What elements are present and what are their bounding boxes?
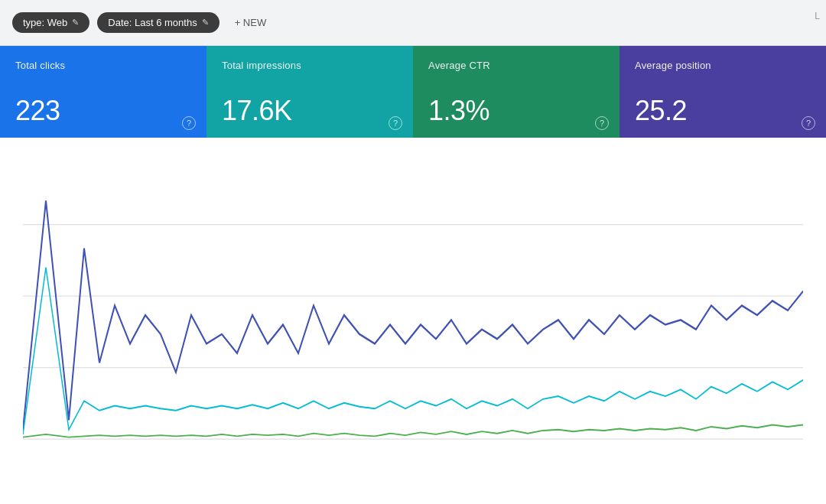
type-filter-pill[interactable]: type: Web ✎	[12, 12, 89, 33]
stats-row: Total clicks 223 ? Total impressions 17.…	[0, 46, 826, 138]
date-filter-edit-icon[interactable]: ✎	[202, 18, 209, 28]
chart-area: 2/24/193/10/193/24/194/7/194/21/195/5/19…	[0, 138, 826, 504]
x-axis-labels: 2/24/193/10/193/24/194/7/194/21/195/5/19…	[23, 499, 803, 504]
stat-info-icon-1[interactable]: ?	[389, 116, 402, 130]
stat-info-icon-2[interactable]: ?	[595, 116, 609, 130]
stat-value-0: 223	[15, 95, 191, 127]
stat-card-3: Average position 25.2 ?	[620, 46, 826, 138]
stat-card-0: Total clicks 223 ?	[0, 46, 206, 138]
type-filter-label: type: Web	[23, 17, 67, 28]
date-filter-pill[interactable]: Date: Last 6 months ✎	[97, 12, 219, 33]
new-button[interactable]: + NEW	[227, 12, 275, 33]
date-filter-label: Date: Last 6 months	[108, 17, 197, 28]
stat-card-1: Total impressions 17.6K ?	[206, 46, 413, 138]
stat-value-1: 17.6K	[222, 95, 398, 127]
stat-label-3: Average position	[635, 60, 811, 71]
stat-label-1: Total impressions	[222, 60, 398, 71]
stat-info-icon-0[interactable]: ?	[182, 116, 196, 130]
toolbar: type: Web ✎ Date: Last 6 months ✎ + NEW	[0, 0, 826, 46]
stat-value-3: 25.2	[635, 95, 811, 127]
stat-card-2: Average CTR 1.3% ?	[413, 46, 620, 138]
corner-label: L	[815, 11, 826, 21]
performance-chart	[23, 153, 803, 496]
stat-value-2: 1.3%	[428, 95, 604, 127]
new-button-label: + NEW	[235, 17, 267, 28]
stat-label-0: Total clicks	[15, 60, 191, 71]
stat-info-icon-3[interactable]: ?	[802, 116, 815, 130]
stat-label-2: Average CTR	[428, 60, 604, 71]
type-filter-edit-icon[interactable]: ✎	[72, 18, 79, 28]
